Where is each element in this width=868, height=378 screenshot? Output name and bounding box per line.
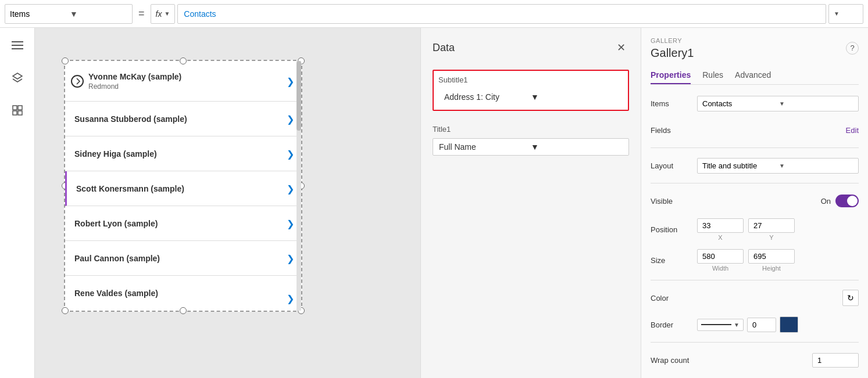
gallery-item-name: Susanna Stubberod (sample): [74, 114, 292, 124]
color-value: ↻: [697, 290, 859, 306]
title1-label: Title1: [433, 125, 629, 134]
scrollbar[interactable]: [297, 61, 301, 311]
border-color-swatch[interactable]: [780, 316, 798, 333]
visible-label: Visible: [651, 197, 697, 206]
layout-dropdown-chevron: ▼: [779, 163, 853, 169]
tab-rules[interactable]: Rules: [702, 67, 723, 84]
subtitle1-value: Address 1: City: [444, 92, 531, 102]
gallery-item[interactable]: Rene Valdes (sample) ❯: [65, 276, 301, 311]
size-width-input[interactable]: [697, 249, 744, 264]
items-dropdown-label: Items: [10, 9, 67, 19]
wrap-count-value: [697, 353, 859, 368]
position-y-input[interactable]: [748, 218, 795, 233]
top-bar-right-dropdown[interactable]: ▼: [828, 4, 863, 24]
title1-dropdown[interactable]: Full Name ▼: [433, 138, 629, 156]
wrap-count-input[interactable]: [812, 353, 859, 368]
subtitle1-chevron: ▼: [531, 92, 617, 102]
color-row: Color ↻: [651, 289, 859, 307]
layout-dropdown[interactable]: Title and subtitle ▼: [697, 158, 859, 174]
fields-edit-link[interactable]: Edit: [697, 126, 859, 135]
border-style-chevron: ▼: [734, 322, 740, 328]
hamburger-menu-icon[interactable]: [7, 35, 28, 56]
layout-row: Layout Title and subtitle ▼: [651, 156, 859, 175]
main-layout: Yvonne McKay (sample) Redmond ❯ Susanna …: [0, 28, 868, 378]
svg-rect-5: [18, 106, 22, 110]
gallery-item[interactable]: Yvonne McKay (sample) Redmond ❯: [65, 61, 301, 102]
nav-circle: [71, 75, 84, 88]
gallery-item-subtitle: Redmond: [88, 82, 119, 91]
fx-button[interactable]: fx ▼: [151, 4, 176, 24]
svg-rect-7: [18, 111, 22, 115]
data-panel-title: Data: [433, 42, 455, 54]
gallery-chevron-icon: ❯: [287, 218, 294, 229]
size-width-field: Width: [697, 249, 744, 272]
separator3: [651, 280, 859, 280]
formula-bar[interactable]: Contacts: [177, 4, 826, 24]
data-panel: Data ✕ Subtitle1 Address 1: City ▼ Title…: [420, 28, 641, 378]
gallery-item[interactable]: Robert Lyon (sample) ❯: [65, 206, 301, 241]
help-button[interactable]: ?: [846, 42, 859, 55]
size-height-field: Height: [748, 249, 795, 272]
size-row: Size Width Height: [651, 249, 859, 272]
gallery-item[interactable]: Susanna Stubberod (sample) ❯: [65, 102, 301, 136]
components-icon[interactable]: [7, 100, 28, 121]
width-label: Width: [712, 265, 728, 272]
layers-icon[interactable]: [7, 67, 28, 88]
svg-rect-4: [13, 106, 17, 110]
size-inputs: Width Height: [697, 249, 859, 272]
title1-chevron: ▼: [531, 142, 623, 152]
gallery-chevron-icon: ❯: [287, 113, 294, 124]
scroll-thumb[interactable]: [297, 61, 301, 131]
tab-advanced[interactable]: Advanced: [735, 67, 771, 84]
border-label: Border: [651, 321, 697, 329]
x-label: X: [718, 234, 722, 241]
properties-header-row: GALLERY Gallery1 ?: [651, 37, 859, 67]
visible-toggle: On: [697, 195, 859, 207]
tab-properties[interactable]: Properties: [651, 67, 691, 84]
top-bar-right-chevron: ▼: [834, 10, 840, 17]
gallery-item-name: Scott Konersmann (sample): [76, 184, 292, 193]
gallery-chevron-icon: ❯: [287, 148, 294, 159]
size-height-input[interactable]: [748, 249, 795, 264]
properties-tabs: Properties Rules Advanced: [651, 67, 859, 85]
subtitle1-section: Subtitle1 Address 1: City ▼: [433, 70, 629, 111]
svg-rect-2: [12, 48, 23, 49]
border-value: ▼: [697, 316, 859, 333]
items-dropdown-prop[interactable]: Contacts ▼: [697, 96, 859, 111]
properties-panel: GALLERY Gallery1 ? Properties Rules Adva…: [641, 28, 868, 378]
separator2: [651, 183, 859, 183]
gallery-item-selected[interactable]: Scott Konersmann (sample) ❯: [65, 171, 301, 206]
canvas-area: Yvonne McKay (sample) Redmond ❯ Susanna …: [35, 28, 420, 378]
position-y-field: Y: [748, 218, 795, 241]
subtitle1-dropdown[interactable]: Address 1: City ▼: [438, 89, 623, 105]
title1-section: Title1 Full Name ▼: [433, 120, 629, 160]
layout-label: Layout: [651, 161, 697, 170]
svg-rect-6: [13, 111, 17, 115]
gallery-chevron-icon: ❯: [287, 253, 294, 264]
items-row: Items Contacts ▼: [651, 94, 859, 113]
fields-label: Fields: [651, 126, 697, 135]
border-width-input[interactable]: [747, 318, 776, 332]
items-dropdown-chevron: ▼: [779, 100, 853, 107]
svg-marker-3: [13, 73, 22, 79]
gallery-item[interactable]: Paul Cannon (sample) ❯: [65, 241, 301, 276]
left-sidebar: [0, 28, 35, 378]
separator4: [651, 342, 859, 343]
close-button[interactable]: ✕: [613, 39, 629, 56]
position-x-input[interactable]: [697, 218, 744, 233]
color-picker-icon[interactable]: ↻: [842, 290, 859, 306]
position-label: Position: [651, 225, 697, 234]
y-label: Y: [769, 234, 773, 241]
svg-rect-1: [12, 45, 23, 46]
items-dropdown-chevron: ▼: [70, 9, 127, 19]
toggle-switch[interactable]: [835, 195, 859, 207]
gallery-item[interactable]: Sidney Higa (sample) ❯: [65, 136, 301, 171]
equals-sign: =: [135, 8, 148, 20]
items-dropdown[interactable]: Items ▼: [5, 4, 133, 24]
border-style-dropdown[interactable]: ▼: [697, 319, 744, 331]
data-panel-header: Data ✕: [433, 39, 629, 56]
svg-rect-0: [12, 41, 23, 42]
separator: [651, 147, 859, 148]
size-label: Size: [651, 256, 697, 265]
gallery-chevron-icon: ❯: [287, 183, 294, 194]
